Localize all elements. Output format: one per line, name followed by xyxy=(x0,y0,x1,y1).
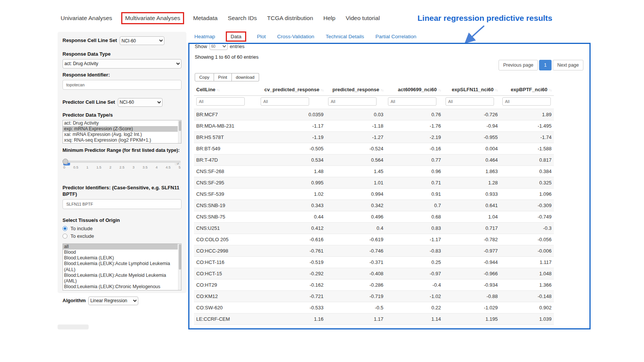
column-header-cellline[interactable]: CellLine↑↓ xyxy=(194,84,258,96)
list-option-exp-mrna-expression-z-score[interactable]: exp: mRNA Expression (Z-Score) xyxy=(63,126,178,132)
entries-count-select[interactable]: 60 xyxy=(209,43,228,50)
table-row: CO:HCT-116-0.519-0.3710.25-0.9441.117 xyxy=(194,257,554,268)
filter-input-expbptf-nci60[interactable] xyxy=(502,97,551,106)
nav-item-help[interactable]: Help xyxy=(324,15,336,22)
tab-data[interactable]: Data xyxy=(226,31,247,42)
cell-line: BR:MDA-MB-231 xyxy=(194,120,258,132)
list-option-xai-mrna-expression-avg-log2-int[interactable]: xai: mRNA Expression (Avg. log2 Int.) xyxy=(63,132,178,137)
cell-line: CNS:SF-268 xyxy=(194,166,258,177)
tab-partial-correlation[interactable]: Partial Correlation xyxy=(375,34,416,39)
response-identifier-input[interactable] xyxy=(63,80,181,90)
copy-button[interactable]: Copy xyxy=(195,73,214,81)
column-header-expbptf-nci60[interactable]: expBPTF_nci60↑↓ xyxy=(500,84,554,96)
previous-page-button[interactable]: Previous page xyxy=(499,60,538,70)
cell-line: BR:MCF7 xyxy=(194,109,258,120)
cell-value: -0.524 xyxy=(326,143,386,154)
column-header-cv-predicted-response[interactable]: cv_predicted_response↑↓ xyxy=(258,84,326,96)
cell-value: 1.14 xyxy=(386,314,443,325)
filter-input-expslfn11-nci60[interactable] xyxy=(445,97,494,106)
cell-value: 1.863 xyxy=(443,166,500,177)
cell-value: -0.619 xyxy=(326,234,386,245)
radio-option-to-exclude[interactable]: To exclude xyxy=(63,233,181,239)
export-buttons: CopyPrintdownload xyxy=(195,73,259,81)
tab-cross-validation[interactable]: Cross-Validation xyxy=(277,34,314,39)
predictor-identifiers-input[interactable] xyxy=(63,199,181,209)
table-row: CNS:SF-2681.481.450.961.8630.384 xyxy=(194,166,554,177)
nav-item-video-tutorial[interactable]: Video tutorial xyxy=(345,15,380,22)
cell-value: 0.902 xyxy=(500,302,554,314)
print-button[interactable]: Print xyxy=(214,73,232,81)
scrollbar[interactable] xyxy=(178,244,181,290)
current-page-button[interactable]: 1 xyxy=(539,60,552,70)
cell-value: -1.029 xyxy=(443,302,500,314)
response-data-type-select[interactable]: act: Drug Activity xyxy=(63,59,181,69)
cell-line: CO:COLO 205 xyxy=(194,234,258,245)
list-option-blood-leukemia-leuk-acute-lymphoid-leukemia-all[interactable]: Blood:Leukemia (LEUK):Acute Lymphoid Leu… xyxy=(63,261,178,272)
sort-icon[interactable]: ↑↓ xyxy=(381,88,383,92)
algorithm-select[interactable]: Linear Regression xyxy=(88,296,138,305)
cell-value: 1.366 xyxy=(500,279,554,291)
radio-label: To exclude xyxy=(70,233,94,239)
cell-value: 0.412 xyxy=(258,223,326,234)
tab-plot[interactable]: Plot xyxy=(257,34,266,39)
filter-input-cv-predicted-response[interactable] xyxy=(261,97,309,106)
cell-value: 1.117 xyxy=(500,257,554,268)
nav-item-search-ids[interactable]: Search IDs xyxy=(228,15,257,22)
predictor-data-type-list[interactable]: act: Drug Activityexp: mRNA Expression (… xyxy=(63,120,181,144)
filter-input-cellline[interactable] xyxy=(196,97,245,106)
filter-input-predicted-response[interactable] xyxy=(328,97,377,106)
nav-item-multivariate-analyses[interactable]: Multivariate Analyses xyxy=(121,12,184,24)
radio-icon[interactable] xyxy=(63,226,67,231)
sort-icon[interactable]: ↑↓ xyxy=(217,88,220,92)
table-header-row: CellLine↑↓cv_predicted_response↑↓predict… xyxy=(194,84,554,96)
column-header-predicted-response[interactable]: predicted_response↑↓ xyxy=(326,84,386,96)
scrollbar[interactable] xyxy=(178,120,181,143)
tab-technical-details[interactable]: Technical Details xyxy=(326,34,364,39)
cell-value: 0.031 xyxy=(500,325,554,330)
list-option-blood-leukemia-leuk[interactable]: Blood:Leukemia (LEUK) xyxy=(63,255,178,261)
min-predictor-range-slider[interactable]: 0 5 00.511.522.533.544.55 xyxy=(63,161,181,180)
tab-heatmap[interactable]: Heatmap xyxy=(194,34,215,39)
predictor-cell-line-set-select[interactable]: NCI-60 xyxy=(118,98,163,107)
table-row: BR:MDA-MB-231-1.17-1.18-1.76-0.94-1.495 xyxy=(194,120,554,132)
cell-value: 0.83 xyxy=(386,223,443,234)
list-option-xsq-rna-seq-expression-log2-fpkm-1[interactable]: xsq: RNA-seq Expression (log2 FPKM+1.) xyxy=(63,137,178,143)
nav-item-univariate-analyses[interactable]: Univariate Analyses xyxy=(61,15,112,22)
nav-item-metadata[interactable]: Metadata xyxy=(193,15,218,22)
slider-handle[interactable] xyxy=(63,159,68,164)
slider-track[interactable] xyxy=(63,161,181,163)
cell-value: -0.782 xyxy=(443,234,500,245)
cell-value: -0.934 xyxy=(443,279,500,291)
next-page-button[interactable]: Next page xyxy=(553,60,583,70)
sort-icon[interactable]: ↑↓ xyxy=(495,88,498,92)
list-option-blood[interactable]: Blood xyxy=(63,250,178,255)
sort-icon[interactable]: ↑↓ xyxy=(321,88,324,92)
list-option-act-drug-activity[interactable]: act: Drug Activity xyxy=(63,120,178,126)
radio-option-to-include[interactable]: To include xyxy=(63,226,181,231)
filter-input-act609699-nci60[interactable] xyxy=(388,97,436,106)
table-row: CO:SW-620-0.533-0.50.22-1.0290.902 xyxy=(194,302,554,314)
sort-icon[interactable]: ↑↓ xyxy=(438,88,441,92)
cell-value: 0.817 xyxy=(500,154,554,166)
tissue-list[interactable]: allBloodBlood:Leukemia (LEUK)Blood:Leuke… xyxy=(63,243,181,290)
column-header-act609699-nci60[interactable]: act609699_nci60↑↓ xyxy=(386,84,443,96)
table-row: CO:KM12-0.721-0.719-1.02-0.88-0.148 xyxy=(194,291,554,302)
column-header-label: expBPTF_nci60 xyxy=(511,87,547,92)
list-option-all[interactable]: all xyxy=(63,244,178,250)
cell-value: 0.951 xyxy=(258,325,326,330)
cell-value: 0.77 xyxy=(386,154,443,166)
annotation-title: Linear regression predictive results xyxy=(402,14,568,23)
cell-value: 0.641 xyxy=(443,200,500,211)
top-navigation: Univariate AnalysesMultivariate Analyses… xyxy=(61,14,380,23)
column-header-expslfn11-nci60[interactable]: expSLFN11_nci60↑↓ xyxy=(443,84,500,96)
download-button[interactable]: download xyxy=(232,73,259,81)
cell-line: CO:HT29 xyxy=(194,279,258,291)
sort-icon[interactable]: ↑↓ xyxy=(549,88,552,92)
list-option-blood-leukemia-leuk-chronic-myelogenous-leukemia-cml[interactable]: Blood:Leukemia (LEUK):Chronic Myelogenou… xyxy=(63,284,178,290)
cell-line: CO:SW-620 xyxy=(194,302,258,314)
nav-item-tcga-distribution[interactable]: TCGA distribution xyxy=(267,15,313,22)
response-cell-line-set-select[interactable]: NCI-60 xyxy=(120,36,164,45)
radio-icon[interactable] xyxy=(63,234,67,239)
cell-value: -1.18 xyxy=(326,120,386,132)
list-option-blood-leukemia-leuk-acute-myeloid-leukemia-aml[interactable]: Blood:Leukemia (LEUK):Acute Myeloid Leuk… xyxy=(63,273,178,284)
